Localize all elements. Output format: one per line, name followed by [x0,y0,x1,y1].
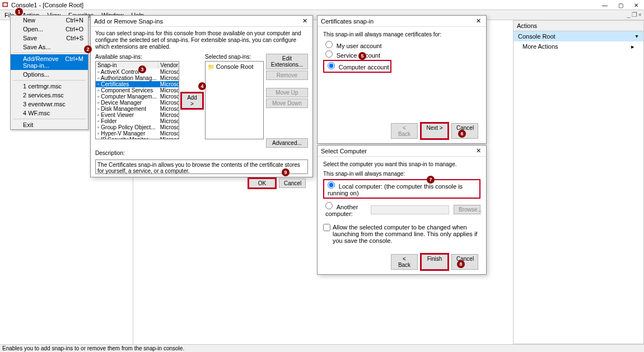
selected-label: Selected snap-ins: [205,54,264,60]
remove-button[interactable]: Remove [266,71,308,80]
dialog-intro: You can select snap-ins for this console… [95,30,308,50]
file-recent-3[interactable]: 3 eventvwr.msc [11,100,88,109]
mdi-close-icon[interactable]: × [638,11,642,18]
snapin-row[interactable]: ▫ CertificatesMicrosoft Cor... [96,81,179,87]
mdi-restore-icon[interactable]: ❐ [632,11,637,18]
radio-local-computer[interactable]: Local computer: (the computer this conso… [325,181,478,196]
ok-button[interactable]: OK [249,179,276,188]
cert-heading: This snap-in will always manage certific… [323,31,480,37]
radio-service-account[interactable]: Service account [323,50,480,59]
badge-5: 5 [358,52,366,60]
allow-change-label: Allow the selected computer to be change… [333,224,480,244]
minimize-button[interactable]: — [597,0,613,10]
badge-9: 9 [282,168,290,176]
add-button[interactable]: Add > [181,93,203,109]
description-label: Description: [95,150,308,156]
another-computer-input[interactable] [371,205,449,214]
snapin-row[interactable]: ▫ Component ServicesMicrosoft Cor... [96,87,179,93]
statusbar: Enables you to add snap-ins to or remove… [0,344,644,352]
snapin-row[interactable]: ▫ Disk ManagementMicrosoft and... [96,106,179,112]
snapin-row[interactable]: ▫ Computer Managem...Microsoft Cor... [96,93,179,100]
select-computer-dialog: Select Computer ✕ Select the computer yo… [317,145,487,275]
cancel-button[interactable]: Cancel [279,179,306,188]
certificates-snapin-dialog: Certificates snap-in ✕ This snap-in will… [317,15,487,144]
available-label: Available snap-ins: [95,54,179,60]
badge-1: 1 [15,8,23,16]
actions-pane: Actions Console Root ▲ More Actions ▸ [513,20,644,344]
badge-8: 8 [457,260,465,268]
back-button[interactable]: < Back [391,254,418,270]
dialog-title: Certificates snap-in [321,18,374,25]
collapse-icon[interactable]: ▲ [634,34,639,39]
add-remove-dialog: Add or Remove Snap-ins ✕ You can select … [90,15,313,177]
file-saveas[interactable]: Save As... [11,43,88,51]
maximize-button[interactable]: ▢ [613,0,628,10]
file-options[interactable]: Options... [11,70,88,79]
close-icon[interactable]: ✕ [474,147,483,154]
edit-extensions-button[interactable]: Edit Extensions... [266,54,308,69]
cancel-button[interactable]: Cancel [451,254,478,270]
file-open[interactable]: Open...Ctrl+O [11,25,88,34]
radio-computer-account[interactable]: Computer account [325,62,389,71]
actions-root[interactable]: Console Root ▲ [514,31,643,41]
available-snapins-list[interactable]: Snap-inVendor ▫ ActiveX ControlMicrosoft… [95,61,179,139]
file-addremove[interactable]: Add/Remove Snap-in...Ctrl+M [11,54,88,70]
badge-2: 2 [84,45,92,53]
badge-3: 3 [138,65,146,73]
dialog-title: Select Computer [321,148,367,154]
actions-header: Actions [514,21,643,31]
allow-change-checkbox[interactable] [323,224,330,231]
window-title: Console1 - [Console Root] [11,2,83,8]
radio-user-account[interactable]: My user account [323,41,480,49]
file-save[interactable]: SaveCtrl+S [11,34,88,43]
close-icon[interactable]: ✕ [474,17,483,25]
badge-4: 4 [198,82,206,90]
snapin-row[interactable]: ▫ FolderMicrosoft Cor... [96,118,179,124]
close-icon[interactable]: ✕ [300,17,309,25]
file-new[interactable]: NewCtrl+N [11,16,88,25]
snapin-row[interactable]: ▫ ActiveX ControlMicrosoft Cor... [96,69,179,75]
snapin-row[interactable]: ▫ Group Policy Object...Microsoft Cor... [96,124,179,130]
badge-7: 7 [427,176,435,184]
mdi-minimize-icon[interactable]: _ [627,11,630,18]
radio-another-computer[interactable]: Another computer: [323,202,368,217]
mdi-controls: _ ❐ × [627,11,642,18]
back-button[interactable]: < Back [391,123,418,139]
file-recent-4[interactable]: 4 WF.msc [11,109,88,118]
badge-6: 6 [458,130,466,138]
next-button[interactable]: Next > [421,123,448,139]
file-recent-2[interactable]: 2 services.msc [11,91,88,100]
comp-subheading: This snap-in will always manage: [323,171,480,177]
snapin-row[interactable]: ▫ Hyper-V ManagerMicrosoft Cor... [96,130,179,137]
more-actions[interactable]: More Actions ▸ [514,41,643,51]
snapin-row[interactable]: ▫ Event ViewerMicrosoft Cor... [96,112,179,118]
snapin-row[interactable]: ▫ IP Security MonitorMicrosoft Cor... [96,137,179,139]
browse-button[interactable]: Browse... [454,205,480,214]
move-up-button[interactable]: Move Up [266,88,308,97]
mmc-icon [2,2,9,8]
svg-rect-1 [3,3,7,6]
comp-heading: Select the computer you want this snap-i… [323,161,480,167]
advanced-button[interactable]: Advanced... [266,138,308,148]
file-menu-dropdown: NewCtrl+N Open...Ctrl+O SaveCtrl+S Save … [10,15,88,130]
titlebar: Console1 - [Console Root] — ▢ ✕ [0,0,644,10]
console-root-node[interactable]: 📁 Console Root [207,63,262,71]
snapin-row[interactable]: ▫ Authorization Manag...Microsoft Cor... [96,75,179,81]
dialog-title: Add or Remove Snap-ins [94,18,163,25]
description-text: The Certificates snap-in allows you to b… [95,159,308,174]
file-exit[interactable]: Exit [11,120,88,129]
finish-button[interactable]: Finish [421,254,448,270]
file-recent-1[interactable]: 1 certmgr.msc [11,82,88,91]
snapin-row[interactable]: ▫ Device ManagerMicrosoft Cor... [96,100,179,106]
selected-snapins-tree[interactable]: 📁 Console Root [205,61,264,139]
close-button[interactable]: ✕ [628,0,644,10]
move-down-button[interactable]: Move Down [266,98,308,108]
